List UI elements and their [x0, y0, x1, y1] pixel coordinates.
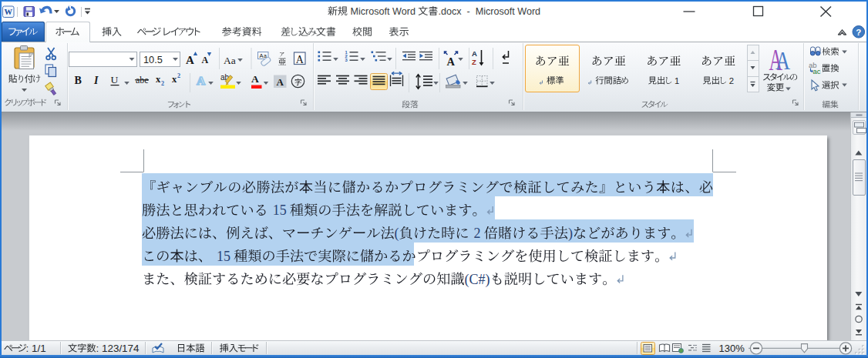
svg-text:(C#): (C#)	[465, 272, 490, 288]
svg-text:x: x	[172, 74, 177, 85]
svg-text:2: 2	[474, 226, 481, 241]
svg-text:U: U	[111, 74, 119, 85]
svg-text:B: B	[75, 75, 82, 86]
svg-text:3: 3	[345, 58, 348, 62]
svg-text:A: A	[186, 54, 194, 66]
svg-text:A: A	[277, 76, 284, 88]
svg-text:Aa: Aa	[224, 55, 236, 66]
svg-text:2: 2	[177, 72, 180, 79]
svg-text:A: A	[472, 49, 477, 58]
svg-text:A: A	[197, 74, 206, 87]
svg-text:A: A	[296, 54, 304, 65]
svg-text:: 1/1: : 1/1	[26, 343, 46, 354]
svg-text:15: 15	[273, 202, 287, 218]
svg-text:?: ?	[856, 28, 861, 37]
svg-text:(: (	[395, 226, 399, 242]
svg-text:.docx - Microsoft Word: .docx - Microsoft Word	[438, 6, 540, 17]
svg-text:ac: ac	[813, 67, 821, 75]
svg-text:A: A	[447, 55, 456, 68]
svg-text:10.5: 10.5	[143, 54, 163, 65]
svg-text:130%: 130%	[719, 343, 745, 354]
svg-text:1: 1	[672, 76, 679, 85]
svg-text:): )	[568, 226, 573, 242]
svg-text:W: W	[5, 8, 13, 16]
svg-text:A: A	[202, 55, 209, 65]
svg-text:x: x	[156, 74, 161, 85]
svg-text:A: A	[775, 47, 790, 75]
svg-text:Microsoft Word: Microsoft Word	[348, 6, 418, 17]
svg-text:I: I	[93, 75, 99, 86]
svg-text:2: 2	[727, 76, 734, 85]
svg-text:15: 15	[217, 249, 230, 264]
svg-text:Z: Z	[472, 58, 476, 66]
svg-text:2: 2	[161, 80, 164, 87]
svg-text:: 123/174: : 123/174	[96, 343, 140, 354]
svg-text:A: A	[260, 52, 264, 59]
svg-text:A: A	[251, 73, 259, 85]
